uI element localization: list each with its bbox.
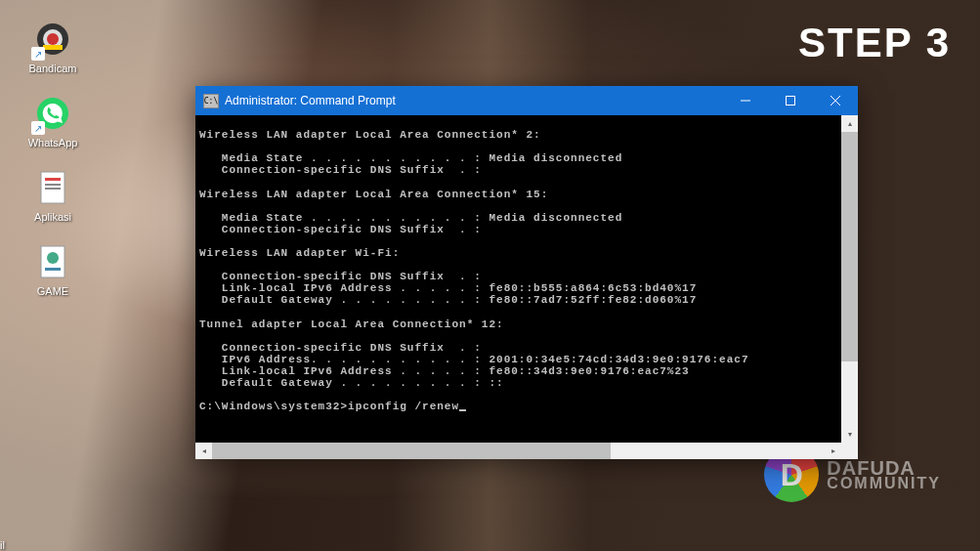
terminal-prompt: C:\Windows\system32>	[199, 401, 348, 412]
terminal-body[interactable]: Wireless LAN adapter Local Area Connecti…	[195, 115, 858, 459]
scroll-down-button[interactable]: ▾	[841, 426, 858, 443]
svg-rect-3	[43, 45, 63, 50]
svg-point-2	[47, 33, 59, 45]
icon-label: Aplikasi	[34, 211, 71, 223]
svg-rect-13	[787, 97, 795, 106]
desktop-icon-bandicam[interactable]: ↗ Bandicam	[20, 20, 86, 74]
partial-desktop-icon: il	[0, 539, 5, 551]
cmd-icon: C:\	[203, 94, 219, 108]
desktop-icon-whatsapp[interactable]: ↗ WhatsApp	[20, 94, 86, 148]
vertical-scrollbar[interactable]: ▴ ▾	[841, 115, 858, 443]
shortcut-arrow-icon: ↗	[31, 47, 45, 61]
scroll-up-button[interactable]: ▴	[841, 115, 858, 132]
terminal-command: ipconfig /renew	[348, 401, 459, 412]
icon-label: GAME	[37, 285, 68, 297]
terminal-cursor	[459, 409, 466, 411]
icon-label: WhatsApp	[28, 137, 78, 148]
close-button[interactable]	[813, 86, 858, 115]
scroll-left-button[interactable]: ◂	[195, 443, 212, 459]
scroll-corner	[841, 443, 858, 459]
step-badge: STEP 3	[798, 20, 951, 66]
window-title: Administrator: Command Prompt	[225, 94, 723, 107]
maximize-button[interactable]	[768, 86, 813, 115]
cmd-window: C:\ Administrator: Command Prompt Wirele…	[195, 86, 858, 459]
icon-label: Bandicam	[29, 63, 77, 74]
scroll-thumb[interactable]	[212, 443, 611, 459]
terminal-output: Wireless LAN adapter Local Area Connecti…	[195, 115, 858, 414]
minimize-button[interactable]	[723, 86, 768, 115]
desktop-icons-container: ↗ Bandicam ↗ WhatsApp Aplikasi GAME	[20, 20, 86, 297]
shortcut-arrow-icon: ↗	[31, 121, 45, 135]
svg-rect-11	[45, 268, 61, 271]
folder-icon	[33, 242, 72, 281]
horizontal-scrollbar[interactable]: ◂ ▸	[195, 443, 841, 459]
folder-icon	[33, 168, 72, 207]
scroll-right-button[interactable]: ▸	[825, 443, 841, 459]
bandicam-icon: ↗	[33, 20, 72, 59]
scroll-track[interactable]	[841, 132, 858, 426]
svg-point-10	[47, 252, 59, 264]
desktop-icon-aplikasi[interactable]: Aplikasi	[20, 168, 86, 223]
window-controls	[723, 86, 858, 115]
whatsapp-icon: ↗	[33, 94, 72, 133]
titlebar[interactable]: C:\ Administrator: Command Prompt	[195, 86, 858, 115]
svg-rect-8	[45, 188, 61, 190]
desktop-icon-game[interactable]: GAME	[20, 242, 86, 297]
svg-rect-6	[45, 178, 61, 181]
scroll-track[interactable]	[212, 443, 825, 459]
svg-rect-7	[45, 184, 61, 186]
scroll-thumb[interactable]	[841, 132, 858, 361]
watermark-text: DAFUDA COMMUNITY	[827, 459, 941, 490]
